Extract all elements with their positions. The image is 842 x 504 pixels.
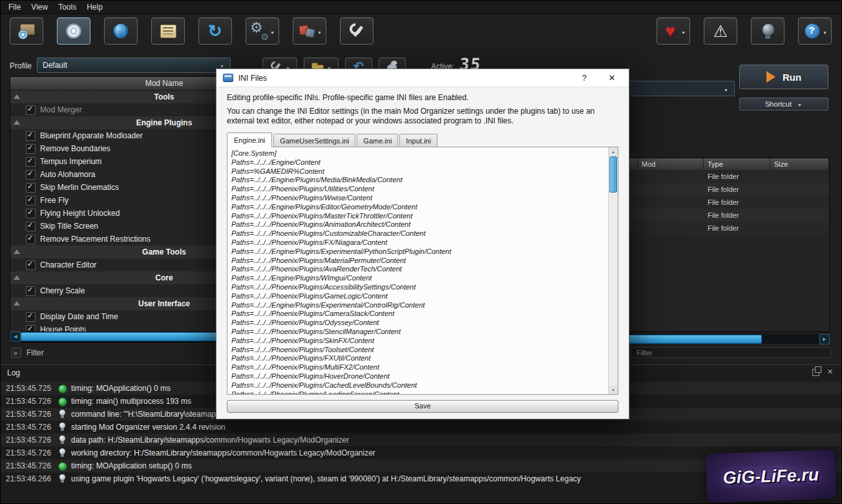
- tools-button[interactable]: [340, 17, 374, 45]
- help-button[interactable]: [798, 17, 832, 45]
- separator-label: Game Tools: [142, 247, 186, 257]
- mod-enabled-checkbox[interactable]: [26, 196, 36, 205]
- scroll-right-icon[interactable]: [819, 334, 830, 344]
- ini-line: Paths=../../../Phoenix/Plugins/Utilities…: [231, 185, 605, 194]
- mod-separator-row[interactable]: Engine Plugins: [10, 116, 229, 129]
- collapse-arrow-icon[interactable]: [14, 120, 20, 125]
- tab-gameusersettings-ini[interactable]: GameUserSettings.ini: [273, 134, 355, 147]
- open-nexus-button[interactable]: [104, 17, 138, 45]
- log-row[interactable]: 21:53:45.726data path: H:/SteamLibrary/s…: [1, 434, 842, 446]
- cell-size: [770, 209, 829, 222]
- collapse-arrow-icon[interactable]: [14, 301, 20, 306]
- mod-row[interactable]: Remove Boundaries: [10, 142, 229, 155]
- menu-view[interactable]: View: [26, 1, 53, 14]
- shortcut-label: Shortcut: [765, 100, 792, 108]
- notifications-button[interactable]: [704, 17, 737, 45]
- tab-input-ini[interactable]: Input.ini: [399, 134, 437, 147]
- mod-row[interactable]: Skip Title Screen: [10, 220, 229, 233]
- refresh-button[interactable]: [198, 17, 232, 45]
- mod-enabled-checkbox[interactable]: [26, 144, 36, 154]
- mod-enabled-checkbox[interactable]: [26, 157, 36, 167]
- mod-separator-row[interactable]: Game Tools: [10, 246, 229, 258]
- scroll-up-icon[interactable]: [609, 147, 618, 156]
- menu-tools[interactable]: Tools: [53, 1, 81, 14]
- files-filter-input[interactable]: Filter: [631, 347, 831, 358]
- mod-row[interactable]: Character Editor: [10, 258, 229, 271]
- column-header-type[interactable]: Type: [704, 158, 770, 170]
- mod-separator-row[interactable]: Tools: [10, 90, 229, 103]
- collapse-arrow-icon[interactable]: [14, 275, 20, 280]
- mod-row[interactable]: Blueprint Apparate Modloader: [10, 129, 229, 142]
- mod-enabled-checkbox[interactable]: [26, 222, 36, 231]
- column-header-mod[interactable]: Mod: [638, 158, 704, 170]
- ini-editor[interactable]: [Core.System]Paths=../../../Engine/Conte…: [227, 147, 618, 395]
- mod-enabled-checkbox[interactable]: [26, 131, 36, 141]
- filter-expand-button[interactable]: [11, 348, 21, 358]
- mod-enabled-checkbox[interactable]: [26, 105, 36, 115]
- endorse-button[interactable]: [657, 17, 690, 45]
- mod-row[interactable]: Auto Alohamora: [10, 168, 229, 181]
- mod-separator-row[interactable]: User Interface: [10, 297, 229, 310]
- dialog-titlebar[interactable]: INI Files ? ✕: [216, 69, 629, 87]
- mod-name-column-header[interactable]: Mod Name: [10, 77, 229, 90]
- mod-row[interactable]: Remove Placement Restrictions: [10, 233, 229, 246]
- plugins-button[interactable]: [293, 17, 326, 45]
- mod-row[interactable]: Tempus Imperium: [10, 155, 229, 168]
- scroll-down-icon[interactable]: [609, 386, 618, 394]
- mod-enabled-checkbox[interactable]: [26, 183, 36, 193]
- ini-line: Paths=../../../Phoenix/Plugins/Wwise/Con…: [231, 194, 605, 203]
- dialog-help-button[interactable]: ?: [574, 69, 594, 87]
- mod-row[interactable]: Cherry Scale: [10, 284, 229, 297]
- mod-row[interactable]: Flying Height Unlocked: [10, 207, 229, 220]
- refresh-icon: [205, 21, 225, 41]
- mod-enabled-checkbox[interactable]: [26, 312, 36, 322]
- mod-row[interactable]: Mod Merger: [10, 103, 229, 116]
- dialog-close-button[interactable]: ✕: [602, 69, 622, 87]
- close-panel-icon[interactable]: [827, 370, 834, 376]
- collapse-arrow-icon[interactable]: [14, 94, 20, 99]
- mod-separator-row[interactable]: Core: [10, 271, 229, 284]
- mod-enabled-checkbox[interactable]: [26, 260, 36, 270]
- undock-panel-icon[interactable]: [812, 369, 819, 376]
- profile-select[interactable]: Default: [37, 58, 231, 73]
- info-icon: [58, 423, 67, 432]
- scroll-left-icon[interactable]: [10, 331, 21, 342]
- cell-type: File folder: [704, 183, 770, 196]
- scrollbar-thumb[interactable]: [609, 156, 617, 193]
- mod-enabled-checkbox[interactable]: [26, 286, 36, 296]
- open-game-disc-button[interactable]: [57, 17, 90, 45]
- run-button[interactable]: Run: [739, 65, 828, 89]
- ini-vertical-scrollbar[interactable]: [608, 147, 618, 394]
- mod-enabled-checkbox[interactable]: [26, 235, 36, 244]
- menu-help[interactable]: Help: [81, 1, 108, 14]
- tab-game-ini[interactable]: Game.ini: [357, 134, 398, 147]
- chevron-down-icon: [724, 83, 729, 94]
- save-button[interactable]: Save: [227, 400, 618, 413]
- mod-enabled-checkbox[interactable]: [26, 209, 36, 218]
- mod-row[interactable]: Skip Merlin Cinematics: [10, 181, 229, 194]
- collapse-arrow-icon[interactable]: [14, 249, 20, 254]
- ini-content[interactable]: [Core.System]Paths=../../../Engine/Conte…: [227, 147, 609, 394]
- mod-name: Skip Merlin Cinematics: [40, 183, 119, 192]
- cell-type: File folder: [704, 170, 770, 183]
- install-mod-button[interactable]: [10, 17, 43, 45]
- tab-engine-ini[interactable]: Engine.ini: [227, 132, 272, 147]
- mod-row[interactable]: House Points: [10, 323, 229, 332]
- cell-size: [770, 170, 829, 183]
- scrollbar-thumb[interactable]: [21, 332, 218, 341]
- mod-row[interactable]: Free Fly: [10, 194, 229, 207]
- world-button[interactable]: [751, 17, 784, 45]
- log-row[interactable]: 21:53:45.726starting Mod Organizer versi…: [1, 421, 842, 434]
- mod-list: ToolsMod MergerEngine PluginsBlueprint A…: [10, 90, 229, 332]
- mod-row[interactable]: Display Date and Time: [10, 310, 229, 323]
- info-icon: [58, 448, 67, 458]
- separator-label: Tools: [154, 92, 174, 101]
- column-header-size[interactable]: Size: [770, 158, 829, 170]
- mod-list-horizontal-scrollbar[interactable]: [10, 331, 229, 342]
- mod-enabled-checkbox[interactable]: [26, 170, 36, 180]
- shortcut-button[interactable]: Shortcut: [739, 98, 828, 110]
- cell-size: [770, 222, 829, 235]
- menu-file[interactable]: File: [3, 1, 26, 14]
- settings-button[interactable]: [246, 17, 279, 45]
- configure-profiles-button[interactable]: [151, 17, 185, 45]
